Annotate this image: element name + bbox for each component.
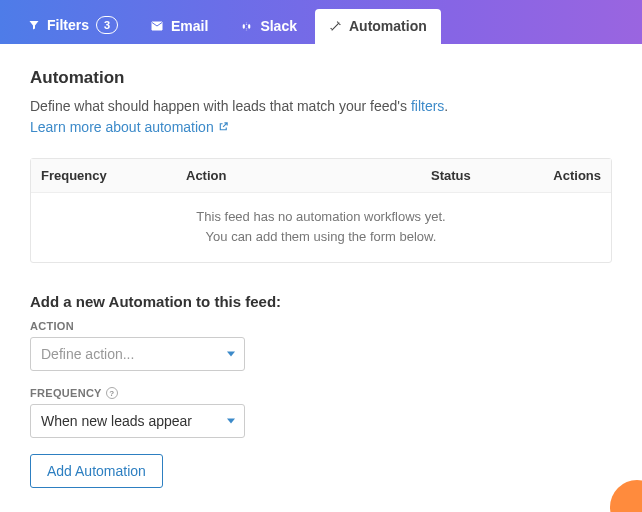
add-automation-button[interactable]: Add Automation <box>30 454 163 488</box>
content-area: Automation Define what should happen wit… <box>0 44 642 512</box>
external-link-icon <box>218 119 229 135</box>
add-section-title: Add a new Automation to this feed: <box>30 293 612 310</box>
automation-table: Frequency Action Status Actions This fee… <box>30 158 612 263</box>
filter-icon <box>28 19 40 31</box>
help-icon[interactable]: ? <box>106 387 118 399</box>
wand-icon <box>329 20 342 33</box>
page-description: Define what should happen with leads tha… <box>30 96 612 117</box>
tab-label: Automation <box>349 18 427 34</box>
table-header: Frequency Action Status Actions <box>31 159 611 193</box>
frequency-select[interactable]: When new leads appear <box>30 404 245 438</box>
col-frequency: Frequency <box>41 168 186 183</box>
chevron-down-icon <box>227 352 235 357</box>
col-status: Status <box>431 168 531 183</box>
col-actions: Actions <box>531 168 601 183</box>
col-action: Action <box>186 168 431 183</box>
page-title: Automation <box>30 68 612 88</box>
filter-count-badge: 3 <box>96 16 118 34</box>
action-label: ACTION <box>30 320 612 332</box>
action-select[interactable]: Define action... <box>30 337 245 371</box>
frequency-label: FREQUENCY ? <box>30 387 612 399</box>
tab-filters[interactable]: Filters 3 <box>14 7 132 44</box>
tab-email[interactable]: Email <box>136 9 222 44</box>
tab-automation[interactable]: Automation <box>315 9 441 44</box>
slack-icon <box>240 20 253 33</box>
tab-label: Email <box>171 18 208 34</box>
chevron-down-icon <box>227 419 235 424</box>
learn-more-link[interactable]: Learn more about automation <box>30 119 229 135</box>
tab-bar: Filters 3 Email Slack Automation <box>0 0 642 44</box>
filters-link[interactable]: filters <box>411 98 444 114</box>
tab-label: Slack <box>260 18 297 34</box>
tab-slack[interactable]: Slack <box>226 9 311 44</box>
empty-state: This feed has no automation workflows ye… <box>31 193 611 262</box>
tab-label: Filters <box>47 17 89 33</box>
email-icon <box>150 20 164 32</box>
